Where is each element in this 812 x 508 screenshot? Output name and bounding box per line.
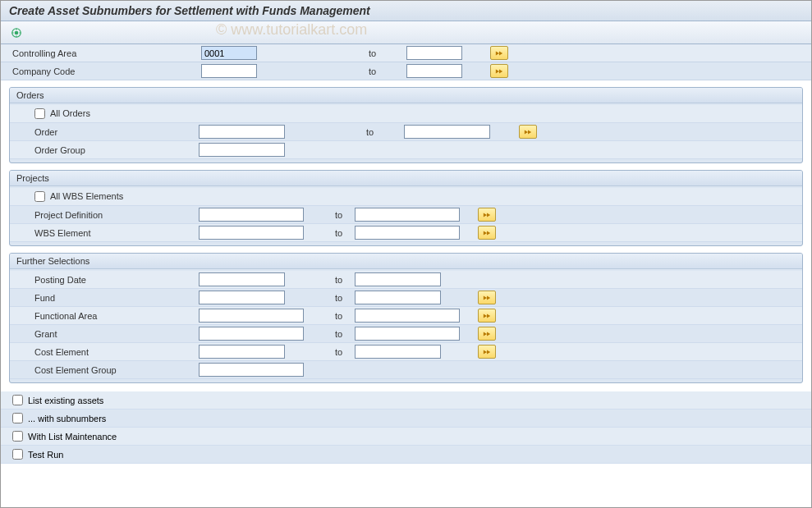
wbs-to-input[interactable] xyxy=(355,226,460,240)
company-code-row: Company Code to xyxy=(1,62,811,80)
to-label: to xyxy=(346,127,404,137)
all-orders-checkbox[interactable] xyxy=(34,108,45,119)
all-orders-field: All Orders xyxy=(21,108,199,120)
proj-def-row: Project Definition to xyxy=(10,206,802,224)
proj-def-to-input[interactable] xyxy=(355,208,460,222)
company-code-label: Company Code xyxy=(12,66,201,76)
multiple-selection-button[interactable] xyxy=(519,125,537,139)
to-label: to xyxy=(330,347,355,357)
orders-group: Orders All Orders Order to Order Group xyxy=(9,87,803,163)
to-label: to xyxy=(330,293,355,303)
func-area-to-input[interactable] xyxy=(355,309,460,323)
to-label: to xyxy=(330,311,355,321)
order-group-row: Order Group xyxy=(10,141,802,159)
posting-date-row: Posting Date to xyxy=(10,271,802,289)
projects-title: Projects xyxy=(10,171,802,186)
cost-elem-group-input[interactable] xyxy=(199,363,304,377)
controlling-area-to-input[interactable] xyxy=(406,46,462,60)
multiple-selection-button[interactable] xyxy=(478,309,496,323)
list-existing-checkbox[interactable] xyxy=(12,395,23,405)
grant-row: Grant to xyxy=(10,325,802,343)
list-maint-label: With List Maintenance xyxy=(28,432,117,442)
controlling-area-row: Controlling Area to xyxy=(1,44,811,62)
test-run-checkbox[interactable] xyxy=(12,449,23,460)
posting-date-to-input[interactable] xyxy=(355,272,441,286)
multiple-selection-button[interactable] xyxy=(478,208,496,222)
multiple-selection-button[interactable] xyxy=(490,64,508,78)
grant-label: Grant xyxy=(21,329,199,339)
toolbar xyxy=(1,21,811,44)
fund-to-input[interactable] xyxy=(355,291,441,304)
orders-title: Orders xyxy=(10,88,802,103)
to-label: to xyxy=(330,210,355,220)
with-sub-checkbox[interactable] xyxy=(12,413,23,423)
order-group-input[interactable] xyxy=(199,143,285,157)
to-label: to xyxy=(349,66,406,76)
further-group: Further Selections Posting Date to Fund … xyxy=(9,253,803,383)
func-area-row: Functional Area to xyxy=(10,307,802,325)
to-label: to xyxy=(349,48,406,58)
cost-elem-label: Cost Element xyxy=(21,347,199,357)
wbs-from-input[interactable] xyxy=(199,226,304,240)
controlling-area-label: Controlling Area xyxy=(12,48,201,58)
posting-date-label: Posting Date xyxy=(21,275,199,285)
all-orders-label: All Orders xyxy=(50,108,90,118)
content-area: Controlling Area to Company Code to Orde… xyxy=(1,44,811,464)
to-label: to xyxy=(330,329,355,339)
all-wbs-checkbox[interactable] xyxy=(34,191,45,202)
projects-group: Projects All WBS Elements Project Defini… xyxy=(9,170,803,246)
wbs-row: WBS Element to xyxy=(10,224,802,242)
multiple-selection-button[interactable] xyxy=(478,226,496,240)
with-sub-row: ... with subnumbers xyxy=(1,410,811,428)
with-sub-label: ... with subnumbers xyxy=(28,414,106,423)
all-wbs-label: All WBS Elements xyxy=(50,191,123,201)
order-to-input[interactable] xyxy=(404,125,490,139)
multiple-selection-button[interactable] xyxy=(478,291,496,304)
svg-point-1 xyxy=(15,30,19,34)
fund-label: Fund xyxy=(21,293,199,303)
wbs-label: WBS Element xyxy=(21,228,199,238)
test-run-label: Test Run xyxy=(28,450,63,460)
further-title: Further Selections xyxy=(10,254,802,269)
cost-elem-to-input[interactable] xyxy=(355,345,441,359)
proj-def-from-input[interactable] xyxy=(199,208,304,222)
list-existing-label: List existing assets xyxy=(28,396,103,405)
posting-date-from-input[interactable] xyxy=(199,272,285,286)
multiple-selection-button[interactable] xyxy=(490,46,508,60)
all-orders-row: All Orders xyxy=(10,105,802,123)
fund-row: Fund to xyxy=(10,289,802,307)
company-code-from-input[interactable] xyxy=(201,64,257,78)
company-code-to-input[interactable] xyxy=(406,64,462,78)
list-maint-row: With List Maintenance xyxy=(1,428,811,446)
controlling-area-from-input[interactable] xyxy=(201,46,257,60)
order-label: Order xyxy=(21,127,199,137)
multiple-selection-button[interactable] xyxy=(478,327,496,341)
to-label: to xyxy=(330,228,355,238)
grant-to-input[interactable] xyxy=(355,327,460,341)
cost-elem-group-row: Cost Element Group xyxy=(10,361,802,379)
func-area-from-input[interactable] xyxy=(199,309,304,323)
grant-from-input[interactable] xyxy=(199,327,304,341)
cost-elem-group-label: Cost Element Group xyxy=(21,365,199,375)
options-block: List existing assets ... with subnumbers… xyxy=(1,391,811,464)
all-wbs-field: All WBS Elements xyxy=(21,191,199,203)
multiple-selection-button[interactable] xyxy=(478,345,496,359)
execute-icon[interactable] xyxy=(9,25,24,40)
order-row: Order to xyxy=(10,123,802,141)
cost-elem-row: Cost Element to xyxy=(10,343,802,361)
proj-def-label: Project Definition xyxy=(21,210,199,220)
func-area-label: Functional Area xyxy=(21,311,199,321)
order-group-label: Order Group xyxy=(21,145,199,155)
list-maint-checkbox[interactable] xyxy=(12,431,23,442)
all-wbs-row: All WBS Elements xyxy=(10,188,802,206)
cost-elem-from-input[interactable] xyxy=(199,345,285,359)
order-from-input[interactable] xyxy=(199,125,285,139)
test-run-row: Test Run xyxy=(1,446,811,464)
fund-from-input[interactable] xyxy=(199,291,285,304)
page-title: Create Asset Subnumbers for Settlement w… xyxy=(1,1,811,21)
list-existing-row: List existing assets xyxy=(1,391,811,410)
to-label: to xyxy=(330,275,355,285)
